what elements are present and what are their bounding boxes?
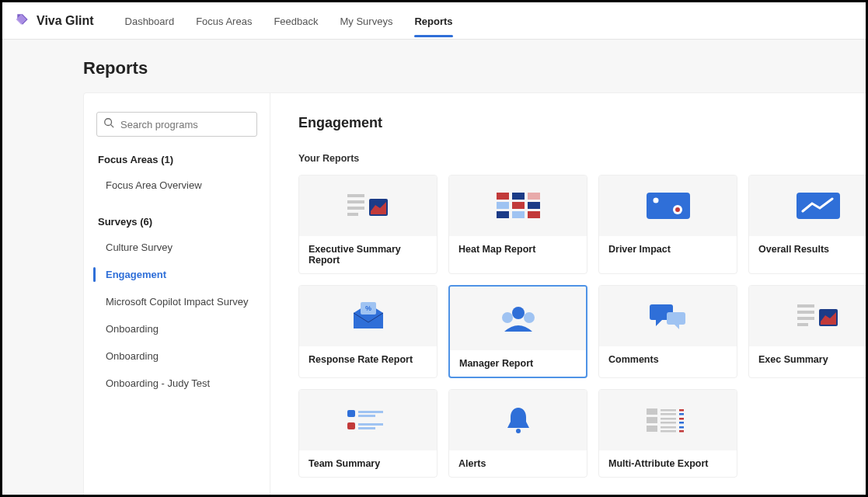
svg-line-1 [111,125,114,128]
svg-rect-38 [358,427,375,429]
svg-rect-44 [679,409,684,412]
svg-rect-2 [347,194,364,197]
svg-point-17 [653,198,658,203]
card-comments[interactable]: Comments [598,285,737,378]
svg-rect-52 [679,426,684,429]
card-label: Comments [599,346,737,373]
comments-icon [599,286,737,346]
sidebar-item-culture-survey[interactable]: Culture Survey [96,234,257,261]
sidebar-group-focus-areas: Focus Areas (1) [98,154,257,165]
svg-rect-12 [528,202,540,209]
people-icon [450,287,586,350]
exec-summary-icon [749,286,866,346]
card-driver-impact[interactable]: Driver Impact [598,175,737,274]
card-label: Multi-Attribute Export [599,450,737,477]
card-label: Response Rate Report [299,346,437,373]
card-exec-summary[interactable]: Exec Summary [748,285,866,378]
svg-point-0 [105,119,112,126]
svg-rect-27 [667,312,685,325]
card-label: Overall Results [749,236,866,262]
report-cards-grid: Executive Summary Report [298,175,849,478]
card-executive-summary-report[interactable]: Executive Summary Report [298,175,437,274]
sidebar-group-surveys: Surveys (6) [98,216,257,228]
svg-rect-20 [797,193,840,219]
sidebar-item-focus-area-overview[interactable]: Focus Area Overview [96,172,257,199]
svg-rect-45 [661,413,676,415]
svg-rect-53 [661,430,676,433]
svg-rect-29 [797,311,814,314]
team-summary-icon [299,390,437,450]
nav-my-surveys[interactable]: My Surveys [340,5,392,36]
svg-rect-28 [797,304,814,308]
svg-rect-15 [528,211,540,218]
brand: Viva Glint [15,12,94,30]
svg-rect-13 [497,211,509,218]
nav-reports[interactable]: Reports [414,5,452,36]
search-icon [103,117,114,131]
svg-rect-41 [647,417,657,423]
svg-rect-9 [528,193,540,200]
top-nav: Viva Glint Dashboard Focus Areas Feedbac… [2,2,866,40]
svg-point-23 [502,312,513,323]
card-label: Alerts [449,450,587,477]
svg-rect-50 [679,422,684,424]
brand-name: Viva Glint [37,14,94,28]
card-manager-report[interactable]: Manager Report [448,285,587,378]
svg-point-39 [516,429,521,433]
svg-rect-40 [647,408,657,415]
search-input[interactable] [120,119,251,130]
card-label: Exec Summary [749,346,866,373]
svg-rect-30 [797,317,814,320]
svg-rect-54 [679,430,684,433]
card-heat-map-report[interactable]: Heat Map Report [448,175,587,274]
exec-summary-icon [299,176,437,236]
sidebar-item-engagement[interactable]: Engagement [96,261,257,288]
card-overall-results[interactable]: Overall Results [748,175,866,274]
svg-rect-36 [347,422,355,429]
main-panel: Engagement Your Reports [270,93,866,495]
nav-feedback[interactable]: Feedback [274,5,318,36]
svg-rect-3 [347,200,364,203]
svg-rect-37 [358,423,383,426]
page-title: Reports [83,58,866,78]
content-panel: Focus Areas (1) Focus Area Overview Surv… [83,92,866,495]
svg-point-25 [512,307,525,319]
overall-icon [749,176,866,236]
svg-rect-11 [512,202,525,209]
card-multi-attribute-export[interactable]: Multi-Attribute Export [598,389,737,478]
bell-icon [449,390,587,450]
svg-rect-35 [358,415,375,417]
svg-rect-10 [497,202,509,209]
svg-rect-47 [661,418,676,420]
svg-point-24 [524,312,535,323]
card-response-rate-report[interactable]: % Response Rate Report [298,285,437,378]
card-label: Driver Impact [599,236,737,262]
svg-rect-31 [797,323,808,326]
section-your-reports: Your Reports [298,153,849,164]
svg-rect-8 [512,193,525,200]
multi-attr-icon [599,390,737,450]
search-box[interactable] [96,112,257,137]
card-label: Team Summary [299,450,437,477]
card-label: Manager Report [450,350,586,377]
svg-rect-51 [661,426,676,429]
svg-rect-33 [347,410,355,417]
sidebar-item-onboarding-1[interactable]: Onboarding [96,315,257,342]
svg-rect-49 [661,422,676,424]
sidebar-item-copilot-impact[interactable]: Microsoft Copilot Impact Survey [96,288,257,315]
card-alerts[interactable]: Alerts [448,389,587,478]
sidebar: Focus Areas (1) Focus Area Overview Surv… [84,93,270,495]
svg-rect-14 [512,211,525,218]
nav-dashboard[interactable]: Dashboard [125,5,175,36]
sidebar-item-onboarding-judy[interactable]: Onboarding - Judy Test [96,370,257,397]
svg-rect-43 [661,409,676,412]
brand-logo-icon [15,12,30,30]
card-team-summary[interactable]: Team Summary [298,389,437,478]
driver-icon [599,176,737,236]
sidebar-item-onboarding-2[interactable]: Onboarding [96,342,257,370]
svg-rect-7 [497,193,509,200]
svg-rect-5 [347,213,358,216]
svg-rect-4 [347,207,364,210]
nav-focus-areas[interactable]: Focus Areas [196,5,252,36]
svg-rect-46 [679,413,684,415]
